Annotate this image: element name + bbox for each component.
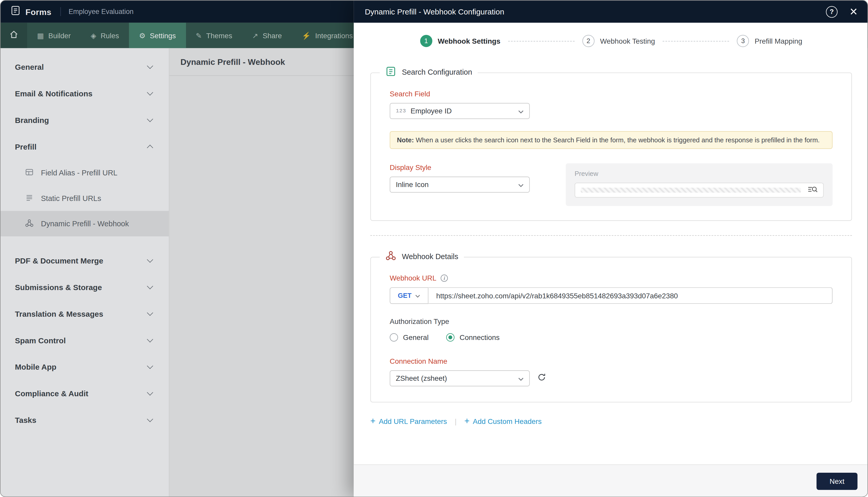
webhook-url-label: Webhook URL [390, 274, 437, 282]
preview-search-field [574, 183, 824, 198]
search-icon[interactable] [808, 185, 817, 195]
step-number: 3 [737, 35, 749, 47]
chevron-down-icon [518, 107, 524, 115]
refresh-icon[interactable] [538, 373, 546, 384]
radio-connections[interactable]: Connections [446, 333, 500, 341]
chevron-down-icon [518, 181, 524, 189]
webhook-url-label-row: Webhook URL i [390, 274, 833, 282]
authorization-type-label: Authorization Type [390, 317, 833, 326]
webhook-url-group: GET https://sheet.zoho.com/api/v2/rab1k6… [390, 287, 833, 304]
parameter-actions: + Add URL Parameters | + Add Custom Head… [370, 417, 852, 426]
authorization-type-options: General Connections [390, 333, 833, 341]
number-field-icon: 123 [396, 108, 406, 114]
connection-name-row: ZSheet (zsheet) [390, 370, 833, 386]
radio-label: Connections [459, 333, 500, 341]
webhook-url-value: https://sheet.zoho.com/api/v2/rab1k68493… [436, 292, 678, 300]
webhook-configuration-modal: Dynamic Prefill - Webhook Configuration … [354, 1, 868, 497]
link-divider: | [455, 417, 456, 425]
search-field-select[interactable]: 123 Employee ID [390, 103, 530, 119]
radio-icon [390, 333, 398, 341]
stepper: 1 Webhook Settings 2 Webhook Testing 3 P… [370, 35, 852, 47]
search-configuration-card: Search Configuration Search Field 123 Em… [370, 73, 852, 221]
display-style-group: Display Style Inline Icon [390, 164, 530, 206]
radio-general[interactable]: General [390, 333, 429, 341]
placeholder-stripe [581, 188, 801, 193]
step-connector [508, 41, 574, 41]
modal-header: Dynamic Prefill - Webhook Configuration … [354, 1, 868, 23]
connection-name-value: ZSheet (zsheet) [396, 374, 447, 383]
modal-backdrop[interactable] [1, 1, 354, 497]
radio-label: General [403, 333, 429, 341]
step-number: 1 [420, 35, 432, 47]
chevron-down-icon [518, 374, 524, 383]
card-legend-label: Search Configuration [402, 68, 472, 76]
note-box: Note: When a user clicks the search icon… [390, 131, 833, 149]
help-icon[interactable]: ? [826, 6, 838, 17]
radio-selected-icon [446, 333, 455, 341]
add-url-parameters-label: Add URL Parameters [379, 417, 447, 425]
webhook-details-card: Webhook Details Webhook URL i GET https:… [370, 257, 852, 403]
note-label: Note: [397, 136, 414, 144]
step-prefill-mapping[interactable]: 3 Prefill Mapping [737, 35, 802, 47]
search-configuration-legend: Search Configuration [380, 66, 478, 79]
app-window: Forms Employee Evaluation ▦ Builder ◈ Ru… [0, 0, 868, 497]
form-doc-icon [385, 66, 396, 79]
note-text: When a user clicks the search icon next … [414, 136, 820, 144]
add-custom-headers-link[interactable]: + Add Custom Headers [464, 417, 541, 426]
preview-panel: Preview [566, 164, 833, 206]
connection-name-select[interactable]: ZSheet (zsheet) [390, 370, 530, 386]
display-style-row: Display Style Inline Icon Preview [390, 164, 833, 206]
preview-label: Preview [574, 170, 824, 178]
step-label: Webhook Testing [600, 37, 655, 45]
step-label: Webhook Settings [438, 37, 500, 45]
modal-body: 1 Webhook Settings 2 Webhook Testing 3 P… [354, 23, 868, 465]
step-webhook-settings[interactable]: 1 Webhook Settings [420, 35, 500, 47]
add-custom-headers-label: Add Custom Headers [473, 417, 541, 425]
display-style-select[interactable]: Inline Icon [390, 177, 530, 193]
next-button[interactable]: Next [816, 473, 858, 490]
modal-footer: Next [354, 465, 868, 497]
modal-header-icons: ? × [826, 5, 857, 18]
info-icon[interactable]: i [441, 274, 448, 282]
chevron-down-icon [415, 292, 420, 300]
modal-title: Dynamic Prefill - Webhook Configuration [365, 7, 504, 16]
search-field-label: Search Field [390, 90, 833, 98]
step-connector [663, 41, 729, 41]
connection-name-label: Connection Name [390, 357, 833, 366]
card-legend-label: Webhook Details [402, 253, 458, 261]
display-style-label: Display Style [390, 164, 530, 172]
http-method-value: GET [398, 292, 412, 300]
plus-icon: + [464, 417, 469, 426]
plus-icon: + [370, 417, 375, 426]
webhook-url-input[interactable]: https://sheet.zoho.com/api/v2/rab1k68493… [429, 287, 833, 304]
search-field-value: Employee ID [411, 107, 452, 115]
webhook-details-legend: Webhook Details [380, 250, 464, 263]
http-method-select[interactable]: GET [390, 287, 429, 304]
close-icon[interactable]: × [850, 5, 857, 18]
section-divider [370, 235, 852, 236]
add-url-parameters-link[interactable]: + Add URL Parameters [370, 417, 447, 426]
step-number: 2 [582, 35, 595, 47]
webhook-icon [385, 250, 396, 263]
display-style-value: Inline Icon [396, 181, 429, 189]
step-label: Prefill Mapping [755, 37, 802, 45]
step-webhook-testing[interactable]: 2 Webhook Testing [582, 35, 655, 47]
